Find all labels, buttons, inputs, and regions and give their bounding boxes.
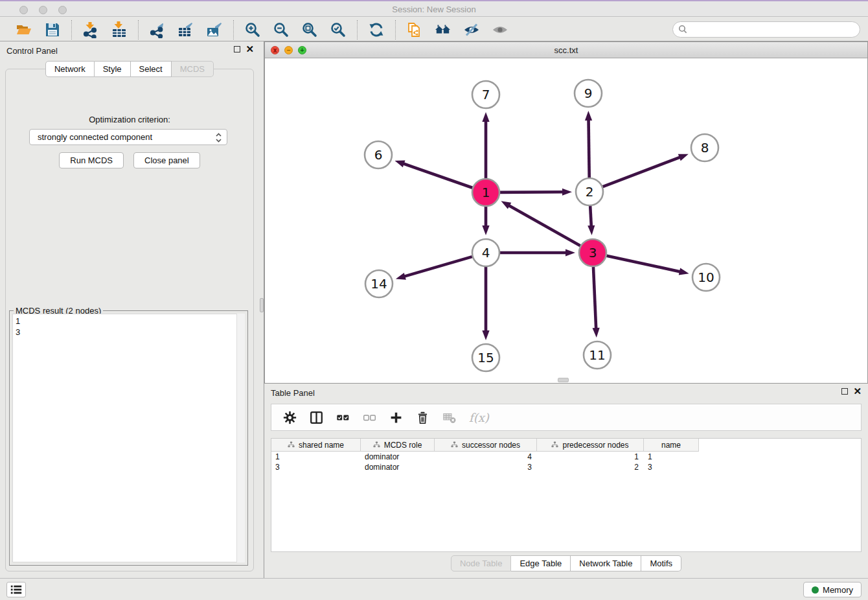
column-header-predecessor-nodes[interactable]: predecessor nodes — [537, 439, 644, 452]
edge-3-10[interactable] — [606, 256, 681, 272]
table-cell[interactable]: 1 — [271, 452, 361, 462]
edge-3-1[interactable] — [507, 205, 580, 246]
refresh-icon[interactable] — [367, 20, 386, 40]
mcds-panel-body: Optimization criterion: strongly connect… — [5, 69, 254, 571]
table-cell[interactable]: 1 — [537, 452, 644, 462]
toolbar-group — [71, 20, 138, 40]
table-cell[interactable]: 3 — [435, 462, 537, 472]
add-column-icon[interactable] — [388, 410, 404, 425]
node-table[interactable]: shared nameMCDS rolesuccessor nodesprede… — [271, 438, 862, 552]
arrowhead-icon — [482, 112, 489, 122]
open-folder-icon[interactable] — [14, 20, 34, 40]
zoom-out-icon[interactable] — [271, 20, 291, 40]
show-eye-icon[interactable] — [490, 20, 510, 40]
delete-table-icon[interactable] — [441, 410, 457, 425]
zoom-selected-icon[interactable] — [328, 20, 348, 40]
arrowhead-icon — [482, 225, 489, 235]
edge-4-14[interactable] — [402, 257, 472, 277]
node-label-15: 15 — [477, 350, 494, 365]
optimization-criterion-label: Optimization criterion: — [6, 115, 253, 124]
tab-edge-table[interactable]: Edge Table — [511, 555, 571, 571]
tab-select[interactable]: Select — [131, 61, 172, 77]
edge-2-3[interactable] — [590, 206, 591, 228]
edge-2-9[interactable] — [589, 118, 589, 178]
select-all-icon[interactable] — [335, 410, 350, 425]
run-mcds-button[interactable]: Run MCDS — [59, 152, 124, 168]
zoom-in-icon[interactable] — [243, 20, 262, 40]
table-cell[interactable]: dominator — [361, 452, 435, 462]
toolbar-group — [357, 20, 395, 40]
mcds-result-text[interactable]: 1 3 — [12, 314, 245, 562]
table-cell[interactable]: 3 — [644, 462, 699, 472]
edge-2-8[interactable] — [603, 157, 682, 187]
network-resize-grip[interactable] — [558, 378, 569, 382]
table-cell[interactable]: 1 — [644, 452, 699, 462]
node-label-3: 3 — [589, 245, 597, 260]
close-panel-icon[interactable]: ✕ — [246, 45, 254, 53]
export-table-icon[interactable] — [176, 20, 196, 40]
function-builder-icon[interactable]: f(x) — [469, 411, 489, 424]
arrowhead-icon — [678, 154, 689, 161]
select-chevrons-icon — [215, 132, 222, 145]
column-header-MCDS-role[interactable]: MCDS role — [361, 439, 435, 452]
copy-network-icon[interactable] — [405, 20, 424, 40]
hide-eye-slash-icon[interactable] — [462, 20, 481, 40]
table-row[interactable]: 3dominator323 — [271, 462, 861, 472]
export-image-icon[interactable] — [205, 20, 224, 40]
neighbors-houses-icon[interactable] — [433, 20, 453, 40]
search-input[interactable] — [672, 21, 860, 38]
table-cell[interactable]: 4 — [435, 452, 537, 462]
task-history-button[interactable] — [6, 582, 26, 597]
split-columns-icon[interactable] — [308, 410, 324, 425]
import-network-icon[interactable] — [81, 20, 100, 40]
network-view-title: scc.txt — [265, 45, 867, 55]
tab-mcds[interactable]: MCDS — [172, 61, 214, 77]
control-panel-title: Control Panel — [6, 46, 58, 56]
column-header-successor-nodes[interactable]: successor nodes — [435, 439, 537, 452]
import-table-icon[interactable] — [109, 20, 129, 40]
edge-1-2[interactable] — [500, 192, 565, 192]
toolbar-group — [233, 20, 357, 40]
node-label-2: 2 — [586, 184, 594, 200]
table-cell[interactable]: dominator — [361, 462, 435, 472]
toolbar-group — [138, 20, 233, 40]
mcds-result-scrollbar[interactable] — [236, 314, 245, 562]
node-label-8: 8 — [701, 140, 709, 156]
zoom-fit-icon[interactable] — [300, 20, 319, 40]
memory-button[interactable]: Memory — [803, 582, 862, 597]
close-table-panel-icon[interactable]: ✕ — [853, 387, 862, 395]
arrowhead-icon — [562, 189, 572, 196]
float-table-panel-icon[interactable] — [841, 388, 848, 395]
close-panel-button[interactable]: Close panel — [133, 152, 200, 168]
export-network-icon[interactable] — [148, 20, 167, 40]
network-graph-canvas[interactable]: 7968124314101511 — [265, 58, 867, 383]
gear-icon[interactable] — [282, 410, 297, 425]
tab-style[interactable]: Style — [95, 61, 131, 77]
float-panel-icon[interactable] — [234, 46, 240, 52]
tab-network[interactable]: Network — [45, 61, 95, 77]
splitter-grip[interactable] — [260, 298, 264, 312]
tab-node-table[interactable]: Node Table — [451, 555, 512, 571]
save-icon[interactable] — [43, 20, 62, 40]
table-cell[interactable]: 3 — [271, 462, 361, 472]
table-cell[interactable]: 2 — [537, 462, 644, 472]
delete-column-icon[interactable] — [415, 410, 430, 425]
search-icon — [678, 25, 687, 36]
deselect-all-icon[interactable] — [361, 410, 377, 425]
table-row[interactable]: 1dominator411 — [271, 452, 861, 462]
panel-splitter[interactable] — [259, 41, 264, 578]
optimization-criterion-select[interactable]: strongly connected component — [29, 129, 227, 145]
control-panel-tabs: NetworkStyleSelectMCDS — [0, 61, 259, 77]
column-header-shared-name[interactable]: shared name — [271, 439, 361, 452]
table-panel: Table Panel ✕ f(x) shared nameMCDS roles… — [264, 384, 868, 578]
column-header-name[interactable]: name — [644, 439, 699, 452]
control-panel: Control Panel ✕ Optimization criterion: … — [0, 41, 259, 578]
tab-network-table[interactable]: Network Table — [571, 555, 641, 571]
node-label-10: 10 — [698, 270, 714, 285]
mcds-result-box: MCDS result (2 nodes) 1 3 — [9, 310, 248, 566]
table-panel-title: Table Panel — [271, 388, 315, 398]
network-window-titlebar: x – + scc.txt — [265, 42, 867, 58]
edge-1-6[interactable] — [402, 163, 472, 188]
tab-motifs[interactable]: Motifs — [641, 555, 681, 571]
edge-3-11[interactable] — [593, 267, 596, 330]
